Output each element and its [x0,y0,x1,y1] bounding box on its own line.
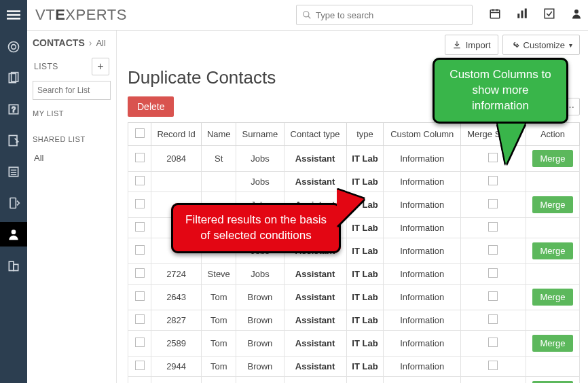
cell-contact-type: Assistant [284,172,346,192]
callout-custom-columns: Custom Columns to show more information [433,58,568,124]
svg-rect-9 [517,14,519,18]
row-checkbox[interactable] [135,176,145,185]
merge-select-checkbox[interactable] [488,314,498,324]
breadcrumb: CONTACTS › All [33,37,111,48]
cell-type: IT Lab [346,310,384,331]
rail-phone-icon[interactable] [0,191,27,215]
merge-select-checkbox[interactable] [488,291,498,301]
row-checkbox[interactable] [135,361,145,370]
row-checkbox[interactable] [135,338,145,347]
row-checkbox[interactable] [135,291,145,301]
svg-point-15 [12,45,16,50]
table-row: JobsAssistantIT LabInformation [128,172,580,192]
merge-button[interactable]: Merge [532,335,574,352]
top-icons [489,7,583,23]
import-button[interactable]: Import [445,35,498,55]
svg-point-3 [304,12,309,17]
cell-type: IT Lab [346,264,384,285]
reports-icon[interactable] [516,7,528,23]
col-header[interactable]: Custom Column [384,123,461,146]
svg-rect-25 [10,198,16,208]
merge-select-checkbox[interactable] [488,268,498,278]
lists-header: LISTS [34,62,58,71]
rail-contacts-icon[interactable] [0,222,27,247]
cell-contact-type: Assistant [284,264,346,285]
cell-surname: Jobs [236,264,284,285]
svg-rect-12 [545,9,554,18]
list-search-input[interactable] [33,81,111,100]
cell-record-id: 2589 [151,331,202,357]
row-checkbox[interactable] [135,314,145,324]
row-checkbox[interactable] [135,199,145,208]
chevron-down-icon: ▾ [569,41,572,49]
list-item-all[interactable]: All [33,150,111,166]
col-header[interactable]: Record Id [151,123,202,146]
search-input[interactable] [316,10,466,20]
svg-rect-2 [7,18,20,19]
svg-text:?: ? [12,106,16,113]
merge-button[interactable]: Merge [532,289,574,306]
cell-type: IT Lab [346,331,384,357]
cell-custom-column: Information [384,357,461,377]
table-row: 2589TomBrownAssistantIT LabInformationMe… [128,331,580,357]
cell-custom-column: Information [384,331,461,357]
col-header[interactable]: Surname [236,123,284,146]
cell-surname: Brown [236,331,284,357]
cell-custom-column: Information [384,192,461,218]
cell-surname: Brown [236,357,284,377]
merge-button[interactable]: Merge [532,196,574,213]
cell-record-id: 2944 [151,357,202,377]
row-checkbox[interactable] [135,153,145,162]
select-all-checkbox[interactable] [135,128,145,138]
rail-edit-icon[interactable] [0,128,27,153]
global-search[interactable] [296,5,473,25]
rail-cards-icon[interactable] [0,66,27,90]
merge-button[interactable]: Merge [532,150,574,167]
cell-contact-type: Assistant [284,146,346,172]
rail-lifebuoy-icon[interactable] [0,35,27,59]
merge-select-checkbox[interactable] [488,361,498,370]
cell-custom-column: Information [384,146,461,172]
cell-name: Tom [202,310,236,331]
merge-select-checkbox[interactable] [488,199,498,208]
breadcrumb-sub: All [96,38,105,48]
cell-action: Merge [526,146,579,172]
cell-name: Tom [202,377,236,384]
merge-select-checkbox[interactable] [488,176,498,185]
user-icon[interactable] [570,7,583,23]
row-checkbox[interactable] [135,245,145,255]
cell-contact-type: Assistant [284,357,346,377]
col-header[interactable]: Contact type [284,123,346,146]
add-list-button[interactable]: + [92,58,109,75]
delete-button[interactable]: Delete [128,96,174,117]
sharedlist-label: SHARED LIST [33,135,111,143]
cell-contact-type: Assistant [284,331,346,357]
cell-record-id: 2084 [151,146,202,172]
hamburger-icon[interactable] [0,0,27,31]
row-checkbox[interactable] [135,222,145,232]
cell-contact-type: Assistant [284,377,346,384]
col-header[interactable]: type [346,123,384,146]
cell-action [526,357,579,377]
cell-contact-type: Assistant [284,310,346,331]
icon-rail: ? [0,31,27,383]
breadcrumb-module[interactable]: CONTACTS [33,37,85,48]
col-header[interactable]: Name [202,123,236,146]
rail-org-icon[interactable] [0,253,27,278]
cell-name: Tom [202,357,236,377]
customize-button[interactable]: Customize ▾ [502,35,580,55]
merge-select-checkbox[interactable] [488,338,498,347]
merge-select-checkbox[interactable] [488,245,498,255]
cell-surname: Brown [236,377,284,384]
col-header[interactable]: Action [526,123,579,146]
tasks-icon[interactable] [543,7,555,23]
left-panel: CONTACTS › All LISTS + MY LIST SHARED LI… [27,31,117,383]
row-checkbox[interactable] [135,268,145,278]
merge-button[interactable]: Merge [532,242,574,259]
calendar-icon[interactable] [489,7,501,23]
search-icon [302,10,312,20]
merge-select-checkbox[interactable] [488,222,498,232]
rail-help-icon[interactable]: ? [0,97,27,122]
rail-list-icon[interactable] [0,160,27,184]
merge-select-checkbox[interactable] [488,153,498,162]
